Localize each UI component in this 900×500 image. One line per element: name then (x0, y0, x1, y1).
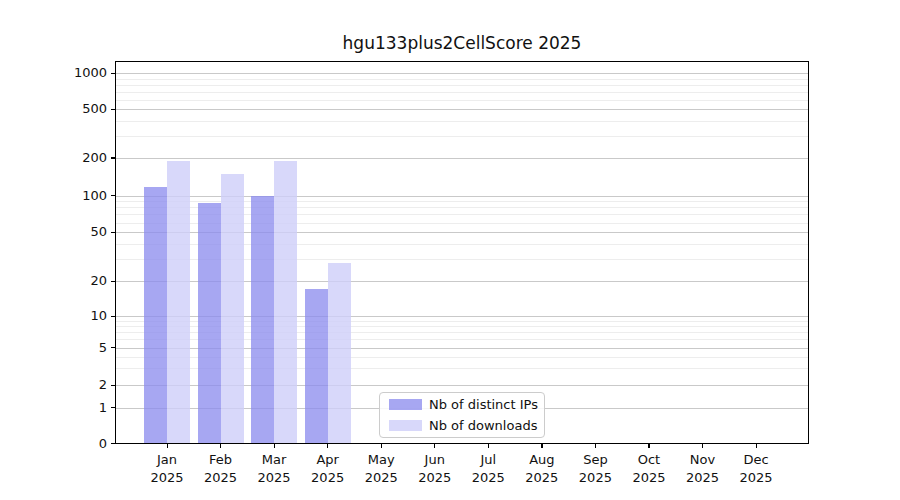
x-tick-label: Jun 2025 (405, 451, 465, 486)
x-tick-label: Oct 2025 (619, 451, 679, 486)
y-gridline-major (115, 158, 809, 159)
x-tick-mark (381, 444, 382, 448)
legend-item: Nb of distinct IPs (389, 396, 544, 414)
y-tick-mark (111, 407, 115, 408)
x-tick-mark (702, 444, 703, 448)
x-tick-mark (327, 444, 328, 448)
x-tick-mark (488, 444, 489, 448)
x-tick-label: Apr 2025 (298, 451, 358, 486)
x-tick-mark (274, 444, 275, 448)
x-tick-mark (595, 444, 596, 448)
legend-item: Nb of downloads (389, 417, 544, 435)
y-tick-mark (111, 347, 115, 348)
y-gridline-minor (115, 85, 809, 86)
x-tick-label: Jul 2025 (458, 451, 518, 486)
y-tick-mark (111, 157, 115, 158)
y-tick-mark (111, 109, 115, 110)
y-tick-mark (111, 232, 115, 233)
y-tick-label: 1000 (45, 65, 107, 81)
y-gridline-major (115, 109, 809, 110)
y-tick-label: 10 (45, 308, 107, 324)
y-tick-label: 1 (45, 400, 107, 416)
y-gridline-minor (115, 136, 809, 137)
bar (221, 174, 244, 444)
y-tick-label: 50 (45, 224, 107, 240)
y-gridline-major (115, 196, 809, 197)
download-stats-chart: hgu133plus2CellScore 2025 01251020501002… (0, 0, 900, 500)
legend-swatch (389, 420, 422, 431)
x-tick-label: Sep 2025 (565, 451, 625, 486)
x-tick-label: Mar 2025 (244, 451, 304, 486)
x-tick-label: May 2025 (351, 451, 411, 486)
x-tick-mark (167, 444, 168, 448)
y-tick-label: 100 (45, 188, 107, 204)
x-tick-mark (434, 444, 435, 448)
bar (328, 263, 351, 444)
y-gridline-minor (115, 92, 809, 93)
bar (144, 187, 167, 444)
y-tick-label: 200 (45, 150, 107, 166)
x-tick-mark (541, 444, 542, 448)
bar (251, 196, 274, 445)
y-tick-label: 500 (45, 101, 107, 117)
x-tick-label: Dec 2025 (726, 451, 786, 486)
y-gridline-major (115, 73, 809, 74)
x-tick-mark (756, 444, 757, 448)
x-tick-mark (220, 444, 221, 448)
y-tick-mark (111, 385, 115, 386)
y-gridline-minor (115, 79, 809, 80)
chart-title: hgu133plus2CellScore 2025 (115, 33, 809, 53)
y-tick-label: 20 (45, 273, 107, 289)
bar (305, 289, 328, 444)
y-gridline-minor (115, 100, 809, 101)
y-gridline-minor (115, 121, 809, 122)
x-tick-label: Aug 2025 (512, 451, 572, 486)
x-tick-label: Nov 2025 (673, 451, 733, 486)
legend-label: Nb of downloads (429, 418, 537, 433)
y-tick-label: 2 (45, 377, 107, 393)
legend-swatch (389, 399, 422, 410)
y-tick-label: 5 (45, 340, 107, 356)
x-tick-label: Jan 2025 (137, 451, 197, 486)
y-tick-mark (111, 73, 115, 74)
legend: Nb of distinct IPsNb of downloads (379, 392, 545, 438)
bar (198, 203, 221, 444)
x-tick-label: Feb 2025 (191, 451, 251, 486)
bar (167, 161, 190, 444)
y-tick-label: 0 (45, 436, 107, 452)
x-tick-mark (648, 444, 649, 448)
y-tick-mark (111, 195, 115, 196)
y-tick-mark (111, 281, 115, 282)
y-tick-mark (111, 443, 115, 444)
legend-label: Nb of distinct IPs (429, 397, 538, 412)
y-tick-mark (111, 316, 115, 317)
bar (274, 161, 297, 444)
